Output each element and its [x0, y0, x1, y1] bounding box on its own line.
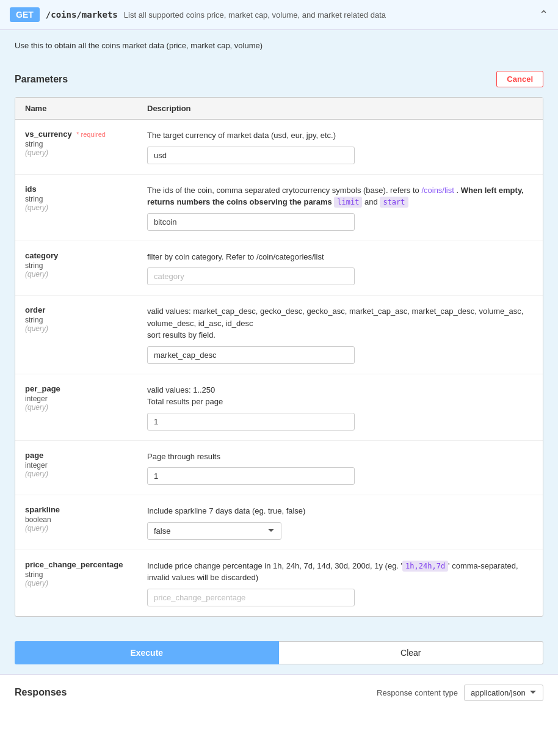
param-type-category: string: [25, 261, 137, 270]
description-text: Use this to obtain all the coins market …: [15, 41, 263, 50]
endpoint-path: /coins/markets: [46, 10, 118, 20]
execute-section: Execute Clear: [0, 631, 558, 674]
params-col-header: Name Description: [15, 98, 543, 120]
param-row-vs-currency: vs_currency * required string (query) Th…: [15, 120, 543, 175]
param-desc-order: valid values: market_cap_desc, gecko_des…: [147, 305, 533, 341]
param-name-category: category: [25, 251, 137, 260]
param-type-price-change: string: [25, 570, 137, 579]
param-location-per-page: (query): [25, 403, 137, 412]
param-name-col-ids: ids string (query): [25, 184, 147, 212]
param-row-page: page integer (query) Page through result…: [15, 441, 543, 496]
parameters-section: Parameters Cancel Name Description vs_cu…: [0, 61, 558, 631]
param-desc-category: filter by coin category. Refer to /coin/…: [147, 251, 533, 263]
endpoint-description: List all supported coins price, market c…: [124, 10, 386, 20]
param-name-sparkline: sparkline: [25, 505, 137, 514]
params-table: Name Description vs_currency * required …: [15, 97, 543, 617]
param-input-order[interactable]: [147, 346, 355, 364]
param-location-sparkline: (query): [25, 524, 137, 532]
param-desc-col-order: valid values: market_cap_desc, gecko_des…: [147, 305, 533, 364]
param-select-sparkline[interactable]: false true: [147, 522, 281, 540]
param-type-sparkline: boolean: [25, 515, 137, 524]
param-location-ids: (query): [25, 203, 137, 212]
param-required-vs-currency: * required: [76, 131, 106, 138]
param-input-per-page[interactable]: [147, 413, 355, 431]
param-desc-sparkline: Include sparkline 7 days data (eg. true,…: [147, 505, 533, 517]
execute-button[interactable]: Execute: [15, 641, 279, 664]
param-row-order: order string (query) valid values: marke…: [15, 296, 543, 374]
param-desc-page: Page through results: [147, 451, 533, 463]
param-row-per-page: per_page integer (query) valid values: 1…: [15, 374, 543, 441]
col-name-header: Name: [25, 104, 147, 113]
param-row-price-change: price_change_percentage string (query) I…: [15, 550, 543, 616]
param-desc-col-category: filter by coin category. Refer to /coin/…: [147, 251, 533, 286]
param-desc-col-per-page: valid values: 1..250Total results per pa…: [147, 384, 533, 431]
cancel-button[interactable]: Cancel: [496, 71, 543, 87]
content-type-select[interactable]: application/json: [464, 685, 543, 701]
param-desc-col-vs-currency: The target currency of market data (usd,…: [147, 129, 533, 164]
param-type-per-page: integer: [25, 394, 137, 403]
param-location-price-change: (query): [25, 579, 137, 587]
param-name-vs-currency: vs_currency: [25, 129, 72, 139]
param-type-vs-currency: string: [25, 140, 137, 148]
param-name-col-category: category string (query): [25, 251, 147, 278]
param-input-ids[interactable]: [147, 213, 355, 231]
param-name-per-page: per_page: [25, 384, 137, 393]
param-input-vs-currency[interactable]: [147, 147, 355, 164]
clear-button[interactable]: Clear: [279, 641, 544, 664]
param-desc-price-change: Include price change percentage in 1h, 2…: [147, 560, 533, 584]
param-location-category: (query): [25, 270, 137, 278]
responses-right: Response content type application/json: [377, 685, 543, 701]
param-desc-ids: The ids of the coin, comma separated cry…: [147, 184, 533, 208]
param-desc-per-page: valid values: 1..250Total results per pa…: [147, 384, 533, 408]
start-code: start: [380, 197, 408, 208]
param-location-page: (query): [25, 470, 137, 478]
params-header: Parameters Cancel: [15, 61, 543, 97]
param-input-page[interactable]: [147, 467, 355, 485]
responses-title: Responses: [15, 687, 67, 698]
param-name-col-page: page integer (query): [25, 451, 147, 478]
content-type-label: Response content type: [377, 688, 458, 697]
param-name-order: order: [25, 305, 137, 314]
param-type-order: string: [25, 316, 137, 324]
param-type-page: integer: [25, 461, 137, 470]
param-name-ids: ids: [25, 184, 137, 194]
collapse-button[interactable]: ⌃: [539, 8, 548, 21]
param-input-price-change[interactable]: [147, 589, 355, 606]
coins-list-link[interactable]: /coins/list: [421, 186, 454, 195]
method-badge: GET: [10, 7, 40, 22]
param-row-category: category string (query) filter by coin c…: [15, 241, 543, 296]
param-row-sparkline: sparkline boolean (query) Include sparkl…: [15, 495, 543, 550]
param-desc-col-price-change: Include price change percentage in 1h, 2…: [147, 560, 533, 606]
param-desc-col-ids: The ids of the coin, comma separated cry…: [147, 184, 533, 231]
param-desc-col-sparkline: Include sparkline 7 days data (eg. true,…: [147, 505, 533, 540]
param-name-col-order: order string (query): [25, 305, 147, 333]
param-type-ids: string: [25, 195, 137, 203]
pct-code: 1h,24h,7d: [402, 561, 448, 572]
param-name-page: page: [25, 451, 137, 460]
param-name-col-vs-currency: vs_currency * required string (query): [25, 129, 147, 157]
api-header: GET /coins/markets List all supported co…: [0, 0, 558, 30]
param-location-order: (query): [25, 324, 137, 333]
param-desc-vs-currency: The target currency of market data (usd,…: [147, 129, 533, 142]
param-input-category[interactable]: [147, 267, 355, 285]
col-description-header: Description: [147, 104, 533, 113]
param-name-col-sparkline: sparkline boolean (query): [25, 505, 147, 532]
param-name-price-change: price_change_percentage: [25, 560, 137, 569]
param-desc-col-page: Page through results: [147, 451, 533, 485]
param-name-col-price-change: price_change_percentage string (query): [25, 560, 147, 587]
limit-code: limit: [334, 197, 362, 208]
param-row-ids: ids string (query) The ids of the coin, …: [15, 175, 543, 241]
params-title: Parameters: [15, 74, 68, 85]
api-description: Use this to obtain all the coins market …: [0, 30, 558, 61]
responses-section: Responses Response content type applicat…: [0, 674, 558, 711]
param-name-col-per-page: per_page integer (query): [25, 384, 147, 412]
param-location-vs-currency: (query): [25, 148, 137, 157]
